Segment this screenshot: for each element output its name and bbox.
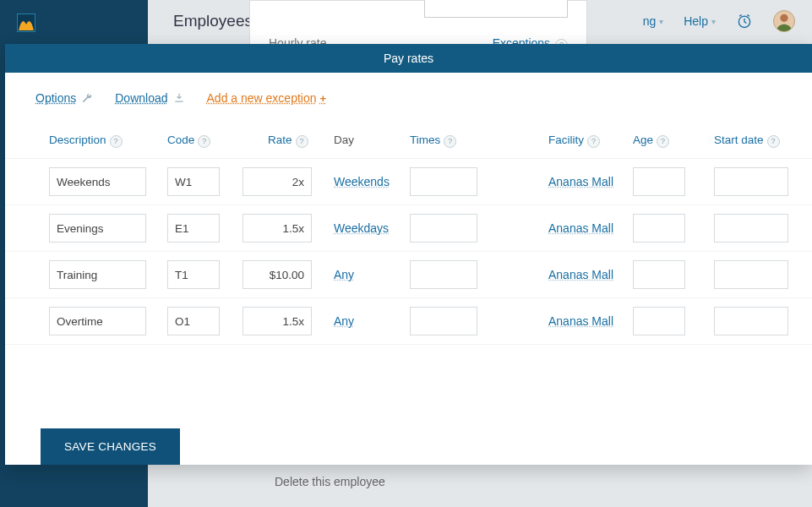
- wrench-icon: [81, 92, 93, 104]
- facility-link[interactable]: Ananas Mall: [548, 175, 613, 188]
- description-input[interactable]: [49, 214, 146, 243]
- day-link[interactable]: Any: [334, 268, 354, 281]
- rate-input[interactable]: [243, 167, 312, 196]
- header-age: Age?: [633, 134, 714, 148]
- table-row: Any Ananas Mall: [5, 251, 812, 298]
- start-date-input[interactable]: [714, 260, 788, 289]
- description-input[interactable]: [49, 260, 146, 289]
- header-times: Times?: [410, 134, 548, 148]
- age-input[interactable]: [633, 260, 685, 289]
- download-icon: [173, 92, 185, 104]
- clock-icon[interactable]: [736, 13, 753, 30]
- rate-input[interactable]: [243, 214, 312, 243]
- start-date-input[interactable]: [714, 167, 788, 196]
- svg-point-2: [780, 14, 787, 22]
- help-icon[interactable]: ?: [198, 135, 210, 148]
- logo-icon: [15, 12, 37, 34]
- header-facility: Facility?: [548, 134, 633, 148]
- avatar[interactable]: [773, 10, 795, 32]
- age-input[interactable]: [633, 214, 685, 243]
- help-icon[interactable]: ?: [110, 135, 123, 148]
- download-link[interactable]: Download: [115, 91, 184, 105]
- help-icon[interactable]: ?: [657, 135, 669, 148]
- nav-truncated[interactable]: ng▾: [643, 14, 664, 28]
- age-input[interactable]: [633, 167, 685, 196]
- header-rate: Rate?: [243, 134, 334, 148]
- help-icon[interactable]: ?: [296, 135, 308, 148]
- help-icon[interactable]: ?: [444, 135, 456, 148]
- table-row: Any Ananas Mall: [5, 297, 812, 345]
- table-row: Weekends Ananas Mall: [5, 158, 812, 205]
- modal-title: Pay rates: [5, 44, 812, 73]
- pay-rates-modal: Pay rates Options Download Add a new exc…: [5, 44, 812, 465]
- help-icon[interactable]: ?: [767, 135, 780, 148]
- save-button[interactable]: SAVE CHANGES: [41, 428, 180, 465]
- rate-input[interactable]: [243, 260, 312, 289]
- options-link[interactable]: Options: [35, 91, 93, 105]
- age-input[interactable]: [633, 307, 685, 335]
- delete-employee-link[interactable]: Delete this employee: [275, 475, 385, 488]
- page-title: Employees: [173, 12, 253, 30]
- start-date-input[interactable]: [714, 307, 788, 335]
- description-input[interactable]: [49, 167, 146, 196]
- table-row: Weekdays Ananas Mall: [5, 204, 812, 252]
- description-input[interactable]: [49, 307, 146, 335]
- times-input[interactable]: [410, 307, 477, 335]
- start-date-input[interactable]: [714, 214, 788, 243]
- times-input[interactable]: [410, 214, 477, 243]
- code-input[interactable]: [167, 167, 220, 196]
- header-start-date: Start date?: [714, 134, 807, 148]
- table-header-row: Description? Code? Rate? Day Times? Faci…: [5, 108, 812, 158]
- exceptions-table: Description? Code? Rate? Day Times? Faci…: [5, 108, 812, 408]
- facility-link[interactable]: Ananas Mall: [548, 268, 613, 281]
- bg-input: [424, 0, 568, 18]
- rate-input[interactable]: [243, 307, 312, 335]
- code-input[interactable]: [167, 214, 220, 243]
- help-icon[interactable]: ?: [587, 135, 600, 148]
- day-link[interactable]: Any: [334, 314, 354, 328]
- times-input[interactable]: [410, 167, 477, 196]
- day-link[interactable]: Weekends: [334, 175, 390, 188]
- plus-icon: +: [320, 92, 327, 105]
- modal-toolbar: Options Download Add a new exception +: [5, 73, 812, 108]
- times-input[interactable]: [410, 260, 477, 289]
- code-input[interactable]: [167, 307, 220, 335]
- day-link[interactable]: Weekdays: [334, 221, 389, 235]
- header-code: Code?: [167, 134, 243, 148]
- code-input[interactable]: [167, 260, 220, 289]
- add-exception-link[interactable]: Add a new exception +: [207, 91, 327, 105]
- header-day: Day: [334, 134, 410, 148]
- facility-link[interactable]: Ananas Mall: [548, 314, 613, 328]
- header-description: Description?: [49, 134, 167, 148]
- help-menu[interactable]: Help▾: [684, 14, 716, 28]
- facility-link[interactable]: Ananas Mall: [548, 221, 613, 235]
